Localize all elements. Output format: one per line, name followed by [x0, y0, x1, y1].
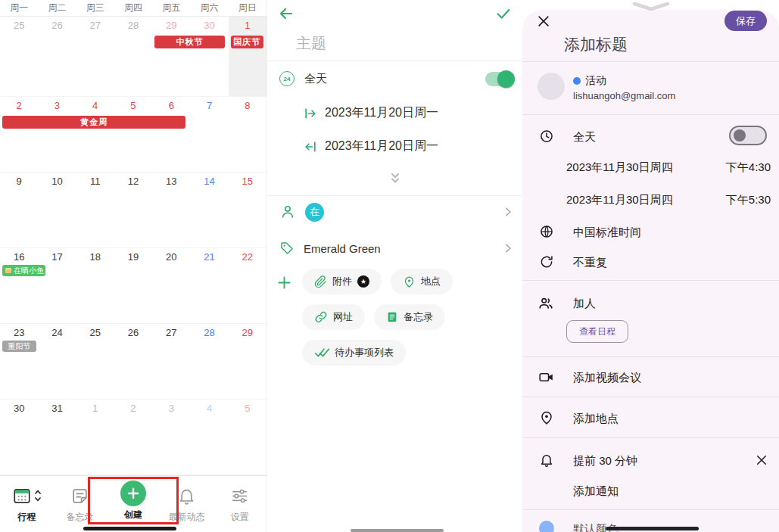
back-button[interactable] — [277, 5, 295, 23]
calendar-day[interactable]: 1 — [229, 17, 266, 96]
calendar-day[interactable]: 5 — [229, 400, 266, 474]
calendar-day[interactable]: 16 — [0, 248, 38, 323]
calendar-day[interactable]: 30 — [190, 17, 228, 96]
close-button[interactable] — [536, 14, 551, 29]
calendar-day[interactable]: 9 — [0, 173, 38, 247]
nav-label: 行程 — [17, 511, 36, 524]
calendar-day[interactable]: 11 — [76, 173, 114, 247]
event-badge[interactable]: 重阳节 — [2, 341, 36, 352]
add-location-label[interactable]: 添加地点 — [573, 412, 619, 426]
memo-doc-icon — [386, 311, 398, 323]
calendar-day[interactable]: 27 — [76, 17, 114, 96]
all-day-toggle[interactable] — [729, 126, 767, 145]
start-date-row[interactable]: 2023年11月20日周一 — [303, 105, 438, 121]
calendar-day[interactable]: 5 — [114, 97, 152, 172]
calendar-day[interactable]: 17 — [38, 248, 76, 323]
nav-settings[interactable]: 设置 — [213, 476, 266, 532]
remove-notification-button[interactable] — [755, 453, 768, 467]
attachment-chip[interactable]: 附件 — [302, 269, 382, 294]
calendar-day[interactable]: 28 — [190, 324, 228, 399]
calendar-day[interactable]: 2 — [114, 400, 152, 474]
calendar-day[interactable]: 3 — [38, 97, 76, 172]
title-input[interactable]: 添加标题 — [564, 34, 628, 55]
event-type-label[interactable]: 活动 — [585, 74, 606, 88]
day-number: 2 — [114, 403, 152, 414]
day-number: 28 — [114, 20, 152, 31]
add-people-icon — [538, 295, 554, 312]
todo-list-chip[interactable]: 待办事项列表 — [302, 340, 406, 366]
event-type-color-dot — [573, 77, 581, 85]
nav-schedule[interactable]: 行程 — [0, 476, 53, 532]
calendar-day[interactable]: 8 — [229, 97, 266, 172]
day-number: 6 — [152, 100, 190, 111]
calendar-day[interactable]: 29 — [152, 17, 190, 96]
calendar-day[interactable]: 12 — [114, 173, 152, 247]
calendar-day[interactable]: 25 — [0, 17, 38, 96]
timezone-value[interactable]: 中国标准时间 — [573, 226, 641, 240]
holiday-banner[interactable]: 黄金周 — [2, 116, 185, 129]
title-input[interactable]: 主题 — [296, 33, 326, 54]
calendar-day[interactable]: 25 — [76, 324, 114, 399]
calendar-day[interactable]: 26 — [114, 324, 152, 399]
location-chip[interactable]: 地点 — [391, 269, 453, 294]
memo-chip[interactable]: 备忘录 — [374, 304, 445, 330]
tag-icon — [279, 241, 294, 256]
repeat-value[interactable]: 不重复 — [573, 256, 607, 270]
calendar-month-panel: 周一周二周三周四周五周六周日 2526272829301中秋节国庆节234567… — [0, 0, 266, 532]
confirm-button[interactable] — [495, 5, 512, 22]
start-date-value[interactable]: 2023年11月30日周四 — [566, 160, 673, 175]
calendar-day[interactable]: 28 — [114, 17, 152, 96]
calendar-day[interactable]: 3 — [152, 400, 190, 474]
day-number: 15 — [229, 176, 266, 187]
expand-more-button[interactable] — [267, 172, 522, 185]
event-color-row[interactable]: Emerald Green — [279, 238, 513, 259]
calendar-day[interactable]: 27 — [152, 324, 190, 399]
holiday-banner[interactable]: 中秋节 — [154, 36, 225, 48]
person-icon — [279, 204, 296, 220]
calendar-day[interactable]: 10 — [38, 173, 76, 247]
event-badge[interactable]: 在晒小鱼 — [2, 265, 45, 276]
day-number: 29 — [229, 327, 266, 338]
holiday-banner[interactable]: 国庆节 — [231, 36, 263, 48]
add-people-label[interactable]: 加人 — [573, 297, 596, 311]
calendar-day[interactable]: 13 — [152, 173, 190, 247]
calendar-day[interactable]: 31 — [38, 400, 76, 474]
day-number: 19 — [114, 251, 152, 263]
end-date-value[interactable]: 2023年11月30日周四 — [566, 193, 673, 207]
attendee-row[interactable]: 在 — [279, 201, 513, 222]
notification-value[interactable]: 提前 30 分钟 — [573, 454, 637, 468]
calendar-day[interactable]: 15 — [229, 173, 266, 247]
calendar-day[interactable]: 4 — [76, 97, 114, 172]
calendar-day[interactable]: 2 — [0, 97, 38, 172]
event-color-dot — [539, 521, 554, 532]
add-notification-label[interactable]: 添加通知 — [573, 484, 619, 499]
calendar-day[interactable]: 21 — [190, 248, 228, 323]
calendar-day[interactable]: 23 — [0, 324, 38, 399]
calendar-day[interactable]: 20 — [152, 248, 190, 323]
calendar-day[interactable]: 22 — [229, 248, 266, 323]
calendar-day[interactable]: 4 — [190, 400, 228, 474]
calendar-day[interactable]: 29 — [229, 324, 266, 399]
end-date-row[interactable]: 2023年11月20日周一 — [303, 138, 438, 154]
view-schedule-button[interactable]: 查看日程 — [566, 320, 628, 343]
start-time-value[interactable]: 下午4:30 — [726, 160, 771, 175]
save-button[interactable]: 保存 — [724, 11, 767, 31]
event-start-icon — [303, 106, 318, 121]
url-chip[interactable]: 网址 — [302, 304, 365, 330]
calendar-day[interactable]: 14 — [190, 173, 228, 247]
calendar-day[interactable]: 26 — [38, 17, 76, 96]
day-number: 17 — [38, 251, 76, 263]
calendar-day[interactable]: 7 — [190, 97, 228, 172]
end-time-value[interactable]: 下午5:30 — [726, 193, 771, 207]
calendar-day[interactable]: 18 — [76, 248, 114, 323]
calendar-day[interactable]: 6 — [152, 97, 190, 172]
all-day-toggle[interactable] — [485, 72, 513, 86]
add-field-button[interactable] — [277, 275, 291, 290]
calendar-day[interactable]: 19 — [114, 248, 152, 323]
calendar-day[interactable]: 24 — [38, 324, 76, 399]
calendar-day[interactable]: 30 — [0, 400, 38, 474]
calendar-day[interactable]: 1 — [76, 400, 114, 474]
sheet-drag-handle-icon[interactable] — [631, 1, 671, 12]
add-video-label[interactable]: 添加视频会议 — [573, 371, 641, 385]
map-pin-icon — [403, 275, 416, 288]
